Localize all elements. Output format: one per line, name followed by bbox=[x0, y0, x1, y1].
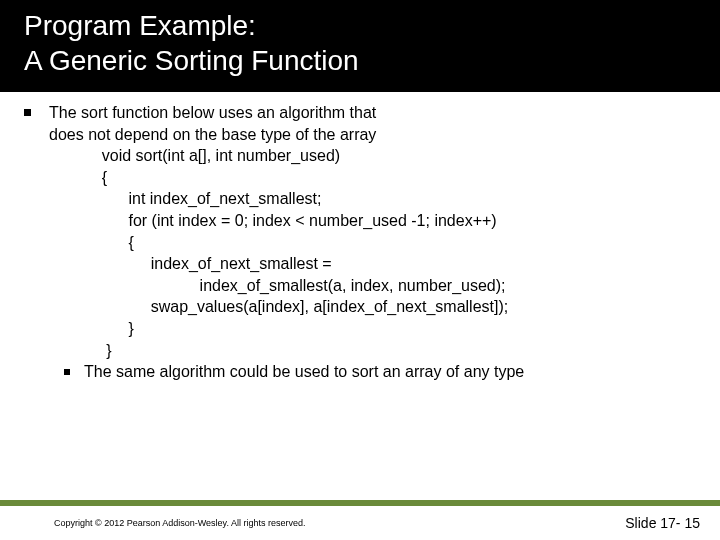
bullet-text-1: The sort function below uses an algorith… bbox=[49, 102, 696, 145]
footer: Copyright © 2012 Pearson Addison-Wesley.… bbox=[0, 506, 720, 540]
square-bullet-icon bbox=[64, 369, 70, 375]
bullet-text-2: The same algorithm could be used to sort… bbox=[84, 361, 696, 383]
square-bullet-icon bbox=[24, 109, 31, 116]
bullet1-line2: does not depend on the base type of the … bbox=[49, 126, 376, 143]
slide-number: Slide 17- 15 bbox=[625, 515, 700, 531]
copyright-text: Copyright © 2012 Pearson Addison-Wesley.… bbox=[54, 518, 305, 528]
bullet-item-1: The sort function below uses an algorith… bbox=[24, 102, 696, 145]
bullet-item-2: The same algorithm could be used to sort… bbox=[24, 361, 696, 383]
title-line1: Program Example: bbox=[24, 10, 256, 41]
bullet1-line1: The sort function below uses an algorith… bbox=[49, 104, 376, 121]
slide-title: Program Example: A Generic Sorting Funct… bbox=[24, 8, 696, 78]
slide-content: The sort function below uses an algorith… bbox=[0, 92, 720, 383]
title-block: Program Example: A Generic Sorting Funct… bbox=[0, 0, 720, 92]
title-line2: A Generic Sorting Function bbox=[24, 45, 359, 76]
code-block: void sort(int a[], int number_used) { in… bbox=[24, 145, 696, 361]
